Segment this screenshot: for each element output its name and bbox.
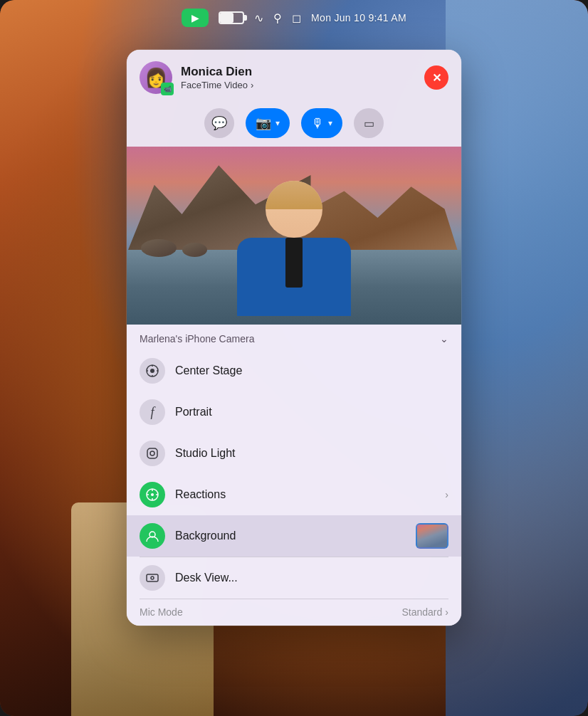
camera-label: Marlena's iPhone Camera: [140, 333, 254, 344]
svg-point-16: [151, 577, 154, 579]
screen-share-icon: ▭: [364, 117, 374, 130]
facetime-menubar-icon[interactable]: ▶: [182, 9, 209, 27]
thumbnail-preview: [417, 525, 447, 547]
camera-dropdown-chevron: ⌄: [440, 333, 448, 344]
call-type-chevron: ›: [251, 80, 253, 90]
center-stage-label: Center Stage: [175, 364, 448, 377]
background-label: Background: [175, 530, 406, 542]
mic-mode-label: Mic Mode: [140, 606, 183, 618]
reactions-right: ›: [445, 489, 448, 500]
center-stage-item[interactable]: Center Stage: [127, 350, 461, 391]
close-button[interactable]: ✕: [424, 65, 448, 90]
facetime-window: 👩 📹 Monica Dien FaceTime Video › ✕ 💬 📷 ▾…: [127, 50, 461, 626]
battery-fill: [220, 13, 233, 23]
menubar-time: Mon Jun 10 9:41 AM: [311, 12, 406, 23]
video-camera-icon: 📷: [256, 115, 271, 131]
contact-info: Monica Dien FaceTime Video ›: [181, 65, 416, 90]
reactions-svg: [145, 488, 159, 502]
facetime-controls: 💬 📷 ▾ 🎙 ▾ ▭: [127, 102, 461, 147]
reactions-item[interactable]: Reactions ›: [127, 474, 461, 515]
battery-indicator: [219, 11, 244, 24]
mic-button[interactable]: 🎙 ▾: [301, 108, 342, 138]
background-thumbnail: [416, 523, 448, 549]
mic-mode-row[interactable]: Mic Mode Standard ›: [127, 599, 461, 626]
person-body: [237, 238, 351, 316]
rock-1: [141, 239, 177, 257]
center-stage-icon: [140, 358, 165, 384]
studio-light-icon: [140, 441, 165, 466]
background-right: [416, 523, 448, 549]
svg-rect-6: [147, 448, 157, 458]
background-item[interactable]: Background: [127, 515, 461, 557]
avatar-facetime-badge: 📹: [161, 83, 174, 95]
screen-share-button[interactable]: ▭: [354, 108, 384, 138]
facetime-header: 👩 📹 Monica Dien FaceTime Video › ✕: [127, 50, 461, 102]
wifi-icon: ∿: [254, 11, 263, 25]
contact-name: Monica Dien: [181, 65, 416, 79]
studio-light-item[interactable]: Studio Light: [127, 433, 461, 474]
effects-dropdown: Marlena's iPhone Camera ⌄ Center Stage f: [127, 325, 461, 626]
video-feed: [127, 147, 461, 325]
mic-icon: 🎙: [311, 116, 324, 131]
mic-mode-chevron: ›: [445, 606, 448, 618]
menubar: ▶ ∿ ⚲ ◻ Mon Jun 10 9:41 AM: [0, 0, 588, 36]
svg-point-9: [151, 493, 154, 496]
call-type-label: FaceTime Video: [181, 80, 248, 90]
portrait-f-icon: f: [150, 405, 154, 420]
person-scarf: [285, 238, 303, 288]
close-icon: ✕: [432, 71, 441, 85]
video-badge-icon: 📹: [164, 85, 172, 93]
reactions-label: Reactions: [175, 488, 435, 501]
portrait-item[interactable]: f Portrait: [127, 391, 461, 433]
rock-2: [182, 243, 207, 257]
screen-share-icon[interactable]: ◻: [292, 11, 301, 25]
background-svg: [145, 529, 159, 543]
desk-view-svg: [145, 571, 159, 585]
mic-mode-value: Standard ›: [402, 606, 449, 618]
camera-source-header[interactable]: Marlena's iPhone Camera ⌄: [127, 325, 461, 350]
desk-view-icon: [140, 565, 165, 591]
search-icon[interactable]: ⚲: [273, 11, 282, 25]
reactions-chevron: ›: [445, 489, 448, 500]
person-hair: [266, 181, 322, 209]
portrait-label: Portrait: [175, 406, 448, 418]
mic-mode-value-text: Standard: [402, 606, 443, 618]
call-type[interactable]: FaceTime Video ›: [181, 80, 416, 90]
desk-view-item[interactable]: Desk View...: [127, 557, 461, 599]
studio-light-label: Studio Light: [175, 447, 448, 460]
portrait-icon: f: [140, 399, 165, 425]
desk-view-label: Desk View...: [175, 572, 448, 584]
contact-avatar: 👩 📹: [140, 61, 172, 94]
person-face: [266, 181, 322, 238]
video-button[interactable]: 📷 ▾: [246, 108, 290, 138]
svg-point-1: [150, 369, 154, 373]
background-icon: [140, 523, 165, 549]
reactions-icon: [140, 482, 165, 507]
studio-light-svg: [145, 446, 159, 460]
desktop-right-gradient: [446, 0, 588, 716]
svg-point-7: [150, 451, 154, 456]
video-chevron-icon: ▾: [275, 118, 280, 128]
video-person: [237, 181, 351, 316]
message-icon: 💬: [211, 115, 227, 131]
center-stage-svg: [145, 364, 159, 378]
svg-rect-15: [147, 574, 158, 581]
message-button[interactable]: 💬: [204, 108, 234, 138]
mic-chevron-icon: ▾: [328, 118, 332, 128]
video-camera-icon: ▶: [191, 12, 199, 23]
